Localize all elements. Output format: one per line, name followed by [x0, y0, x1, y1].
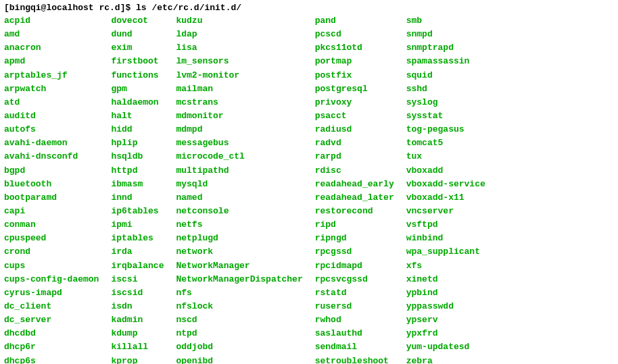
file-entry: lvm2-monitor — [176, 69, 302, 82]
file-entry: oddjobd — [176, 340, 302, 354]
file-entry: ipmi — [111, 218, 164, 232]
file-entry: ripngd — [315, 232, 394, 245]
file-entry: innd — [111, 191, 164, 205]
file-entry: yppasswdd — [406, 300, 485, 313]
file-entry: functions — [111, 69, 164, 82]
file-entry: exim — [111, 41, 164, 55]
file-entry: winbind — [406, 232, 485, 245]
file-entry: tog-pegasus — [406, 123, 485, 136]
file-entry: squid — [406, 69, 485, 82]
file-entry: vboxadd — [406, 164, 485, 178]
file-entry: cups — [4, 259, 99, 273]
file-entry: sendmail — [315, 340, 394, 354]
file-entry: cups-config-daemon — [4, 273, 99, 286]
file-entry: halt — [111, 109, 164, 123]
file-entry: httpd — [111, 164, 164, 178]
file-entry: lisa — [176, 41, 302, 55]
file-entry: named — [176, 191, 302, 205]
file-entry: ripd — [315, 218, 394, 232]
file-entry: mysqld — [176, 178, 302, 191]
file-entry: tomcat5 — [406, 136, 485, 150]
file-entry: syslog — [406, 96, 485, 109]
file-entry: spamassassin — [406, 55, 485, 68]
file-entry: xfs — [406, 259, 485, 273]
file-entry: ldap — [176, 28, 302, 41]
file-entry: dhcp6r — [4, 340, 99, 354]
file-entry: zebra — [406, 355, 485, 364]
shell-prompt: [bingqi@localhost rc.d]$ ls /etc/rc.d/in… — [4, 3, 614, 13]
file-entry: haldaemon — [111, 96, 164, 109]
file-entry: killall — [111, 340, 164, 354]
file-entry: cpuspeed — [4, 232, 99, 245]
file-entry: wpa_supplicant — [406, 245, 485, 259]
file-entry: nfs — [176, 286, 302, 300]
file-entry: arpwatch — [4, 82, 99, 96]
file-entry: vsftpd — [406, 218, 485, 232]
file-entry: rwhod — [315, 313, 394, 327]
file-entry: lm_sensors — [176, 55, 302, 68]
file-entry: kudzu — [176, 14, 302, 28]
file-entry: apmd — [4, 55, 99, 68]
file-entry: pkcs11otd — [315, 41, 394, 55]
file-entry: vboxadd-service — [406, 178, 485, 191]
file-entry: dund — [111, 28, 164, 41]
file-entry: firstboot — [111, 55, 164, 68]
file-entry: tux — [406, 150, 485, 163]
file-entry: pcscd — [315, 28, 394, 41]
file-entry: microcode_ctl — [176, 150, 302, 163]
file-entry: nscd — [176, 313, 302, 327]
file-entry: nfslock — [176, 300, 302, 313]
file-entry: dhcdbd — [4, 327, 99, 340]
file-entry: iptables — [111, 232, 164, 245]
file-entry: ip6tables — [111, 205, 164, 218]
file-entry: network — [176, 245, 302, 259]
file-entry: atd — [4, 96, 99, 109]
file-entry: psacct — [315, 109, 394, 123]
file-entry: iscsid — [111, 286, 164, 300]
file-entry: messagebus — [176, 136, 302, 150]
file-entry: dovecot — [111, 14, 164, 28]
file-entry: ypxfrd — [406, 327, 485, 340]
file-entry: bgpd — [4, 164, 99, 178]
file-entry: readahead_early — [315, 178, 394, 191]
file-entry: dc_server — [4, 313, 99, 327]
file-entry: kadmin — [111, 313, 164, 327]
file-entry: ypbind — [406, 286, 485, 300]
file-entry: radvd — [315, 136, 394, 150]
file-entry: rpcidmapd — [315, 259, 394, 273]
file-entry: capi — [4, 205, 99, 218]
file-entry: postfix — [315, 69, 394, 82]
file-entry: rpcsvcgssd — [315, 273, 394, 286]
ls-column-2: kudzuldaplisalm_sensorslvm2-monitormailm… — [176, 14, 302, 364]
file-entry: NetworkManagerDispatcher — [176, 273, 302, 286]
file-entry: crond — [4, 245, 99, 259]
file-entry: vncserver — [406, 205, 485, 218]
file-entry: mdmpd — [176, 123, 302, 136]
file-entry: ntpd — [176, 327, 302, 340]
file-entry: netfs — [176, 218, 302, 232]
file-entry: rarpd — [315, 150, 394, 163]
file-entry: snmptrapd — [406, 41, 485, 55]
file-entry: dhcp6s — [4, 355, 99, 364]
file-entry: rstatd — [315, 286, 394, 300]
file-entry: autofs — [4, 123, 99, 136]
file-entry: avahi-daemon — [4, 136, 99, 150]
file-entry: dc_client — [4, 300, 99, 313]
file-entry: irda — [111, 245, 164, 259]
file-entry: cyrus-imapd — [4, 286, 99, 300]
ls-output: acpidamdanacronapmdarptables_jfarpwatcha… — [4, 14, 614, 364]
file-entry: sshd — [406, 82, 485, 96]
file-entry: readahead_later — [315, 191, 394, 205]
file-entry: hsqldb — [111, 150, 164, 163]
file-entry: mdmonitor — [176, 109, 302, 123]
file-entry: iscsi — [111, 273, 164, 286]
ls-column-1: dovecotdundeximfirstbootfunctionsgpmhald… — [111, 14, 164, 364]
file-entry: setroubleshoot — [315, 355, 394, 364]
file-entry: anacron — [4, 41, 99, 55]
file-entry: rusersd — [315, 300, 394, 313]
file-entry: amd — [4, 28, 99, 41]
file-entry: hplip — [111, 136, 164, 150]
file-entry: bootparamd — [4, 191, 99, 205]
file-entry: irqbalance — [111, 259, 164, 273]
file-entry: hidd — [111, 123, 164, 136]
